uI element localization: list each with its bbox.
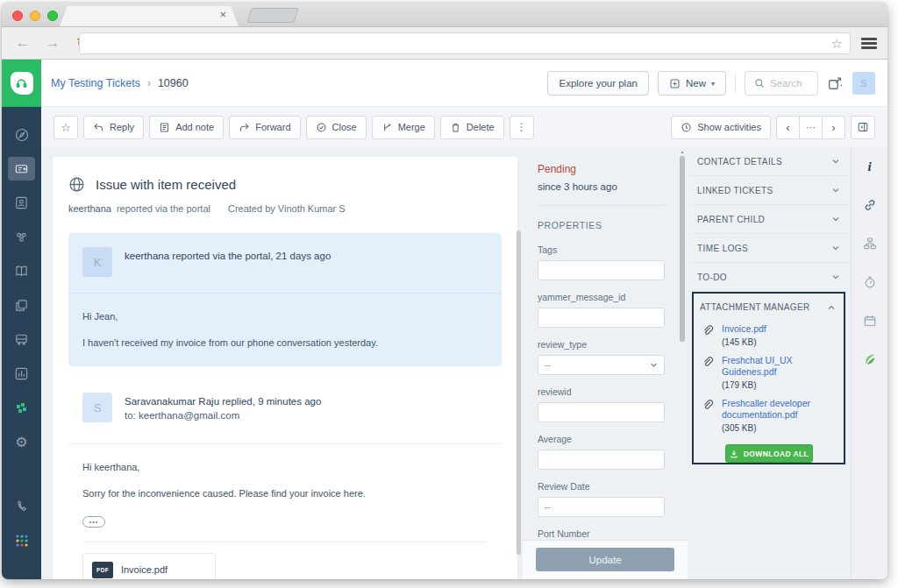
nav-tickets-item[interactable] [2,152,41,186]
breadcrumb-tickets-link[interactable]: My Testing Tickets [51,77,140,89]
user-avatar[interactable]: S [852,72,875,95]
nav-contacts-item[interactable] [2,186,41,220]
ticket-card: Issue with item received keerthana repor… [53,157,517,579]
download-all-button[interactable]: DOWNLOAD ALL [725,444,813,463]
forward-label: Forward [255,122,290,132]
attachment-manager-header[interactable]: ATTACHMENT MANAGER [694,294,844,315]
attachment-file-name: Invoice.pdf [121,564,167,576]
average-input[interactable] [538,450,665,470]
ticket-reporter: keerthana [68,203,111,214]
merge-button[interactable]: Merge [372,116,435,139]
message-meta: Saravanakumar Raju replied, 9 minutes ag… [125,393,321,422]
prev-ticket-button[interactable]: ‹ [776,116,800,139]
section-parent-child[interactable]: PARENT CHILD [689,205,849,234]
update-button[interactable]: Update [536,548,674,571]
nav-dashboard-item[interactable] [2,117,41,152]
delete-button[interactable]: Delete [440,116,504,139]
forward-button[interactable]: Forward [229,116,300,139]
book-icon [14,264,29,279]
new-grid-icon [669,78,681,89]
scroll-up-icon[interactable]: ▲ [679,149,686,154]
reviewid-input[interactable] [538,402,665,422]
more-actions-button[interactable]: ⋮ [510,116,534,139]
properties-title: PROPERTIES [538,220,665,230]
nav-admin-item[interactable]: ⚙ [2,425,41,459]
browser-tab[interactable]: × [60,6,239,26]
attachment-size: (179 KB) [722,380,838,390]
close-window-button[interactable] [12,11,23,21]
helpdesk-app: My Testing Tickets › 10960 Explore your … [2,60,887,579]
todo-calendar-icon[interactable] [861,312,879,329]
tags-input[interactable] [538,260,665,280]
linked-tickets-link-icon[interactable] [861,196,879,214]
message-recipient: to: keerthana@gmail.com [125,408,321,422]
message-meta: keerthana reported via the portal, 21 da… [125,247,331,277]
browser-menu-icon[interactable] [861,38,877,52]
section-to-do[interactable]: TO-DO [689,263,849,292]
attachment-link[interactable]: Invoice.pdf [722,323,766,335]
breadcrumb-ticket-id: 10960 [158,77,189,89]
breadcrumb: My Testing Tickets › 10960 [51,60,189,107]
properties-scrollbar[interactable]: ▲ [679,147,686,539]
attachment-link[interactable]: Freshcaller developer documentation.pdf [722,398,830,421]
bookmark-star-icon[interactable]: ☆ [831,36,843,52]
section-linked-tickets[interactable]: LINKED TICKETS [689,176,849,205]
add-note-button[interactable]: Add note [149,116,224,139]
field-reviewid: reviewid [538,386,665,422]
time-logs-stopwatch-icon[interactable] [861,273,879,291]
attachment-manager-app-icon[interactable] [861,351,879,368]
contact-details-info-icon[interactable]: i [861,158,879,175]
attachment-manager-section: ATTACHMENT MANAGER Invoice.pdf (145 KB) [692,292,845,464]
nav-apps-item[interactable] [2,523,41,557]
message-attachment[interactable]: PDF Invoice.pdf [82,553,216,579]
reply-button[interactable]: Reply [83,116,144,139]
star-ticket-button[interactable]: ☆ [53,116,78,139]
field-average: Average [538,434,665,470]
nav-field-service-item[interactable] [2,322,41,357]
attachment-link[interactable]: Freshchat UI_UX Guidenes.pdf [722,355,838,378]
clock-icon [681,122,692,133]
tab-close-icon[interactable]: × [219,9,226,21]
zoom-window-button[interactable] [47,11,58,21]
review-type-select[interactable]: -- [538,355,665,375]
review-date-input[interactable] [538,497,665,517]
section-time-logs[interactable]: TIME LOGS [689,234,849,263]
show-activities-button[interactable]: Show activities [671,116,771,139]
section-contact-details[interactable]: CONTACT DETAILS [689,147,849,176]
attachment-divider [82,542,488,542]
scrollbar-thumb[interactable] [680,156,685,342]
app-header: My Testing Tickets › 10960 Explore your … [2,60,887,107]
browser-back-icon[interactable]: ← [14,34,32,52]
nav-forums-item[interactable] [2,288,41,322]
conversation-scrollbar[interactable] [517,230,521,555]
yammer-message-id-input[interactable] [538,308,665,328]
globe-icon [68,176,85,193]
nav-phone-item[interactable] [2,489,41,523]
ticket-title-row: Issue with item received [68,176,502,193]
close-ticket-button[interactable]: Close [306,116,367,139]
collapse-panel-button[interactable] [851,116,875,139]
section-label: TO-DO [697,273,727,282]
nav-social-item[interactable] [2,220,41,254]
freshdesk-logo[interactable] [2,60,41,107]
ticket-list-button[interactable]: ⋯ [799,116,823,139]
browser-forward-icon[interactable]: → [44,34,61,52]
switcher-icon[interactable] [827,75,844,92]
nav-solutions-item[interactable] [2,254,41,288]
browser-address-row: ← → ↻ ☆ [2,27,887,60]
chevron-down-icon [831,273,840,281]
show-quoted-text-button[interactable]: ••• [82,516,105,528]
url-bar[interactable]: ☆ [79,32,851,54]
explore-plan-button[interactable]: Explore your plan [547,71,649,96]
nav-analytics-item[interactable] [2,357,41,391]
new-tab-button[interactable] [246,8,299,23]
search-input[interactable]: Search [745,71,818,96]
message-body: Hi keerthana, Sorry for the inconvenienc… [68,444,502,579]
ticket-subtitle: keerthana reported via the portal Create… [68,203,502,214]
next-ticket-button[interactable]: › [822,116,845,139]
parent-child-icon[interactable] [861,235,879,252]
new-button[interactable]: New ▾ [658,71,726,96]
nav-freshchat-item[interactable] [2,391,41,425]
minimize-window-button[interactable] [30,11,40,21]
close-label: Close [332,122,357,132]
